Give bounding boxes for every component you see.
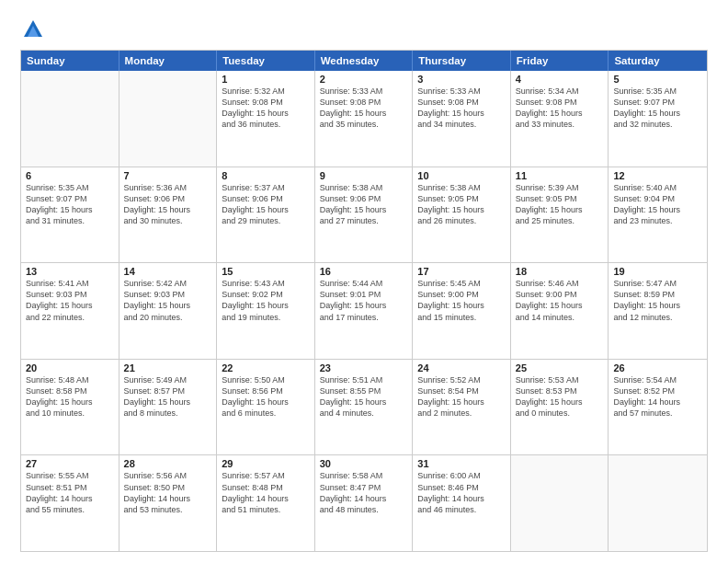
cell-line: Daylight: 15 hours xyxy=(417,108,506,119)
day-number: 7 xyxy=(124,170,212,181)
day-number: 30 xyxy=(320,458,408,469)
cell-line: Sunset: 9:00 PM xyxy=(516,289,604,300)
cell-line: and 14 minutes. xyxy=(516,312,604,323)
calendar-cell: 16Sunrise: 5:44 AMSunset: 9:01 PMDayligh… xyxy=(315,263,414,359)
cell-line: and 55 minutes. xyxy=(26,504,114,515)
cell-line: and 31 minutes. xyxy=(26,215,114,226)
calendar-cell xyxy=(609,455,707,551)
cell-line: and 29 minutes. xyxy=(222,215,310,226)
calendar-row-4: 27Sunrise: 5:55 AMSunset: 8:51 PMDayligh… xyxy=(21,454,707,551)
cell-line: and 26 minutes. xyxy=(417,215,506,226)
cell-line: and 4 minutes. xyxy=(320,408,408,419)
cell-line: Daylight: 15 hours xyxy=(516,108,604,119)
cell-line: Sunset: 9:02 PM xyxy=(222,289,310,300)
day-number: 10 xyxy=(417,170,506,181)
calendar-cell: 2Sunrise: 5:33 AMSunset: 9:08 PMDaylight… xyxy=(315,71,414,167)
day-number: 19 xyxy=(613,266,702,277)
cell-line: Sunrise: 5:35 AM xyxy=(26,182,114,193)
day-number: 13 xyxy=(26,266,114,277)
day-number: 6 xyxy=(26,170,114,181)
cell-line: Daylight: 15 hours xyxy=(516,300,604,311)
cell-line: Sunset: 9:07 PM xyxy=(613,97,702,108)
cell-line: Daylight: 15 hours xyxy=(516,204,604,215)
cell-line: Daylight: 14 hours xyxy=(222,493,310,504)
cell-line: Daylight: 14 hours xyxy=(417,493,506,504)
cell-line: Sunrise: 5:49 AM xyxy=(124,374,212,385)
cell-line: and 34 minutes. xyxy=(417,119,506,130)
day-number: 16 xyxy=(320,266,408,277)
calendar-cell: 12Sunrise: 5:40 AMSunset: 9:04 PMDayligh… xyxy=(609,167,707,263)
cell-line: Daylight: 15 hours xyxy=(320,300,408,311)
calendar-cell: 28Sunrise: 5:56 AMSunset: 8:50 PMDayligh… xyxy=(119,455,218,551)
cell-line: Sunset: 8:58 PM xyxy=(26,385,114,396)
day-number: 24 xyxy=(417,362,506,373)
calendar-cell: 17Sunrise: 5:45 AMSunset: 9:00 PMDayligh… xyxy=(413,263,511,359)
cell-line: Daylight: 14 hours xyxy=(26,493,114,504)
cell-line: Daylight: 15 hours xyxy=(26,204,114,215)
calendar-cell: 4Sunrise: 5:34 AMSunset: 9:08 PMDaylight… xyxy=(511,71,609,167)
cell-line: Sunset: 8:46 PM xyxy=(417,482,506,493)
cell-line: Sunrise: 5:33 AM xyxy=(417,86,506,97)
calendar: SundayMondayTuesdayWednesdayThursdayFrid… xyxy=(20,50,708,552)
header xyxy=(20,17,708,42)
cell-line: and 46 minutes. xyxy=(417,504,506,515)
cell-line: Sunset: 9:06 PM xyxy=(320,193,408,204)
cell-line: Daylight: 15 hours xyxy=(417,204,506,215)
calendar-cell: 18Sunrise: 5:46 AMSunset: 9:00 PMDayligh… xyxy=(511,263,609,359)
cell-line: Sunset: 9:05 PM xyxy=(516,193,604,204)
calendar-cell: 27Sunrise: 5:55 AMSunset: 8:51 PMDayligh… xyxy=(21,455,119,551)
calendar-row-0: 1Sunrise: 5:32 AMSunset: 9:08 PMDaylight… xyxy=(21,71,707,167)
cell-line: and 2 minutes. xyxy=(417,408,506,419)
cell-line: and 19 minutes. xyxy=(222,312,310,323)
cell-line: Daylight: 14 hours xyxy=(320,493,408,504)
header-day-wednesday: Wednesday xyxy=(315,51,414,71)
cell-line: Daylight: 15 hours xyxy=(222,300,310,311)
cell-line: Sunrise: 6:00 AM xyxy=(417,470,506,481)
cell-line: Daylight: 14 hours xyxy=(124,493,212,504)
cell-line: Sunset: 8:54 PM xyxy=(417,385,506,396)
calendar-cell: 19Sunrise: 5:47 AMSunset: 8:59 PMDayligh… xyxy=(609,263,707,359)
cell-line: Sunrise: 5:38 AM xyxy=(417,182,506,193)
day-number: 23 xyxy=(320,362,408,373)
day-number: 15 xyxy=(222,266,310,277)
header-day-saturday: Saturday xyxy=(609,51,707,71)
calendar-cell: 7Sunrise: 5:36 AMSunset: 9:06 PMDaylight… xyxy=(119,167,218,263)
cell-line: Sunset: 9:07 PM xyxy=(26,193,114,204)
cell-line: Sunrise: 5:44 AM xyxy=(320,278,408,289)
cell-line: and 51 minutes. xyxy=(222,504,310,515)
cell-line: Sunset: 8:50 PM xyxy=(124,482,212,493)
calendar-cell: 10Sunrise: 5:38 AMSunset: 9:05 PMDayligh… xyxy=(413,167,511,263)
cell-line: Sunrise: 5:34 AM xyxy=(516,86,604,97)
cell-line: Sunrise: 5:35 AM xyxy=(613,86,702,97)
cell-line: Sunset: 9:08 PM xyxy=(320,97,408,108)
calendar-row-2: 13Sunrise: 5:41 AMSunset: 9:03 PMDayligh… xyxy=(21,262,707,359)
cell-line: Sunrise: 5:45 AM xyxy=(417,278,506,289)
calendar-cell: 15Sunrise: 5:43 AMSunset: 9:02 PMDayligh… xyxy=(217,263,315,359)
day-number: 17 xyxy=(417,266,506,277)
cell-line: Sunset: 8:57 PM xyxy=(124,385,212,396)
cell-line: Sunset: 9:08 PM xyxy=(516,97,604,108)
calendar-cell: 23Sunrise: 5:51 AMSunset: 8:55 PMDayligh… xyxy=(315,360,414,455)
cell-line: Sunrise: 5:52 AM xyxy=(417,374,506,385)
cell-line: Daylight: 15 hours xyxy=(417,396,506,408)
page: SundayMondayTuesdayWednesdayThursdayFrid… xyxy=(0,0,728,563)
day-number: 28 xyxy=(124,458,212,469)
cell-line: Sunset: 9:05 PM xyxy=(417,193,506,204)
cell-line: and 25 minutes. xyxy=(516,215,604,226)
calendar-cell xyxy=(511,455,609,551)
cell-line: Sunset: 8:53 PM xyxy=(516,385,604,396)
cell-line: Sunset: 8:56 PM xyxy=(222,385,310,396)
day-number: 1 xyxy=(222,74,310,85)
cell-line: Daylight: 15 hours xyxy=(613,108,702,119)
cell-line: Sunset: 9:00 PM xyxy=(417,289,506,300)
calendar-cell xyxy=(119,71,218,167)
cell-line: Daylight: 15 hours xyxy=(516,396,604,408)
cell-line: and 53 minutes. xyxy=(124,504,212,515)
cell-line: Sunrise: 5:47 AM xyxy=(613,278,702,289)
calendar-cell: 30Sunrise: 5:58 AMSunset: 8:47 PMDayligh… xyxy=(315,455,414,551)
cell-line: Sunrise: 5:33 AM xyxy=(320,86,408,97)
cell-line: Daylight: 15 hours xyxy=(222,204,310,215)
cell-line: Sunrise: 5:55 AM xyxy=(26,470,114,481)
day-number: 29 xyxy=(222,458,310,469)
cell-line: Sunset: 9:06 PM xyxy=(222,193,310,204)
